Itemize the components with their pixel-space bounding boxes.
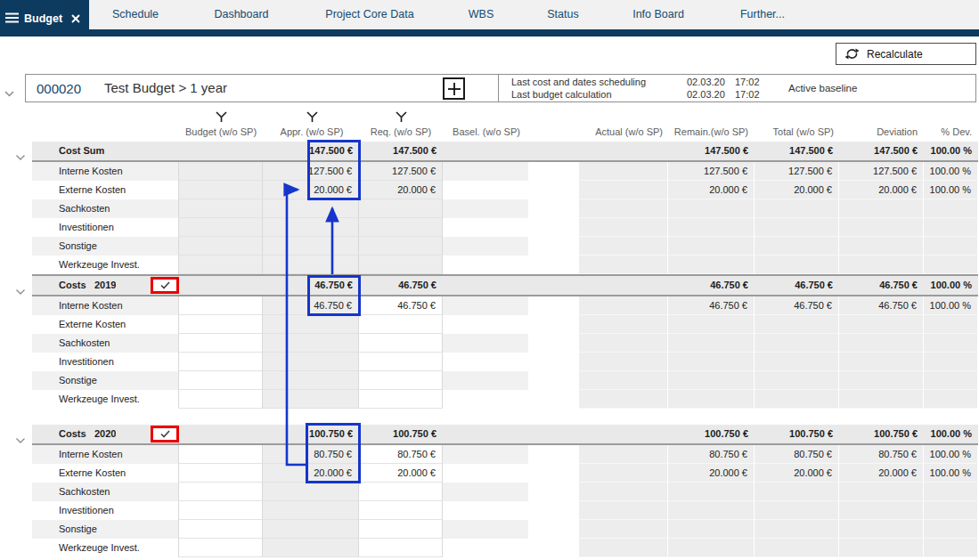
cell-deviation <box>839 390 924 409</box>
cell-basel <box>443 445 528 464</box>
tab-project-core-data[interactable]: Project Core Data <box>325 8 413 20</box>
cell-deviation <box>839 539 924 557</box>
cell-pdev <box>924 483 978 501</box>
chevron-down-icon[interactable] <box>16 431 25 447</box>
group-label-cell: Cost Sum <box>32 142 178 160</box>
cell-actual <box>579 315 668 334</box>
table-row: Interne Kosten46.750 €46.750 €46.750 €46… <box>32 296 978 315</box>
cell-budget <box>178 237 263 256</box>
cell-budget[interactable] <box>178 520 263 539</box>
cell-req[interactable] <box>359 501 443 520</box>
year-checkbox[interactable] <box>159 280 172 291</box>
cell-req[interactable] <box>359 483 443 501</box>
cell-req[interactable] <box>359 390 443 409</box>
cell-req[interactable]: 46.750 € <box>359 296 443 315</box>
cell-budget[interactable] <box>178 445 263 464</box>
menu-icon[interactable] <box>5 11 19 27</box>
cell-budget[interactable] <box>178 464 263 483</box>
cell-budget[interactable] <box>178 334 263 353</box>
cell-req <box>359 199 443 218</box>
cell-remain <box>668 353 755 371</box>
cell-req[interactable] <box>359 539 443 557</box>
col-header-basel[interactable]: Basel. (w/o SP) <box>453 126 520 137</box>
col-header-remain[interactable]: Remain.(w/o SP) <box>656 126 748 137</box>
cell-req[interactable] <box>359 371 443 390</box>
cell-gap <box>528 315 579 334</box>
row-label-cell: Sonstige <box>32 237 178 256</box>
table-row: Werkzeuge Invest. <box>32 390 978 409</box>
year-checkbox[interactable] <box>159 428 172 440</box>
cell-req[interactable] <box>359 315 443 334</box>
cell-basel <box>443 539 528 557</box>
cell-deviation <box>839 256 924 274</box>
cell-total <box>755 390 839 409</box>
tab-wbs[interactable]: WBS <box>469 8 494 20</box>
tab-further[interactable]: Further... <box>740 8 785 20</box>
col-header-appr[interactable]: Appr. (w/o SP) <box>281 126 344 137</box>
tab-dashboard[interactable]: Dashboard <box>214 8 268 20</box>
highlight-red-box <box>151 277 179 294</box>
filter-icon[interactable] <box>396 110 407 126</box>
cell-remain: 46.750 € <box>668 296 755 315</box>
cell-appr <box>263 539 359 557</box>
tab-info-board[interactable]: Info Board <box>632 8 684 20</box>
cell-remain <box>668 199 755 218</box>
col-header-req[interactable]: Req. (w/o SP) <box>371 126 431 137</box>
cell-pdev: 100.00 % <box>924 142 978 160</box>
tab-status[interactable]: Status <box>547 8 578 20</box>
cell-deviation <box>839 237 924 256</box>
add-button[interactable] <box>443 77 465 100</box>
cell-total: 46.750 € <box>755 296 839 315</box>
cell-remain: 20.000 € <box>668 464 755 483</box>
info-time-budget-calc: 17:02 <box>735 89 760 100</box>
cell-budget[interactable] <box>178 296 263 315</box>
tab-schedule[interactable]: Schedule <box>112 8 159 20</box>
cell-actual <box>579 162 668 181</box>
cell-req[interactable] <box>359 520 443 539</box>
cell-gap <box>528 181 579 199</box>
col-header-actual[interactable]: Actual (w/o SP) <box>570 126 663 137</box>
close-tab-icon[interactable] <box>71 14 80 23</box>
project-collapse-chevron-icon[interactable] <box>4 85 14 101</box>
filter-icon[interactable] <box>216 110 227 126</box>
cell-actual <box>579 296 668 315</box>
cell-budget[interactable] <box>178 353 263 371</box>
cell-gap <box>528 539 579 557</box>
cell-req[interactable] <box>359 353 443 371</box>
cell-appr: 80.750 € <box>263 445 359 464</box>
cell-total <box>755 501 839 520</box>
col-header-budget[interactable]: Budget (w/o SP) <box>185 126 257 137</box>
cell-req[interactable]: 20.000 € <box>359 464 443 483</box>
chevron-down-icon[interactable] <box>16 282 25 298</box>
cell-pdev <box>924 256 978 274</box>
cell-actual <box>579 142 668 160</box>
cell-budget[interactable] <box>178 315 263 334</box>
cell-budget[interactable] <box>178 483 263 501</box>
chevron-down-icon[interactable] <box>16 148 25 164</box>
cell-budget[interactable] <box>178 390 263 409</box>
cell-budget[interactable] <box>178 539 263 557</box>
cell-budget[interactable] <box>178 501 263 520</box>
tab-budget-active[interactable]: Budget <box>0 0 89 37</box>
group-row-2020: Costs100.750 €100.750 €100.750 €100.750 … <box>32 425 978 443</box>
cell-gap <box>528 483 579 501</box>
cell-appr: 20.000 € <box>263 464 359 483</box>
cell-req[interactable]: 80.750 € <box>359 445 443 464</box>
row-label-cell: Sonstige <box>32 520 178 539</box>
cell-req[interactable] <box>359 334 443 353</box>
table-row: Investitionen <box>32 353 978 371</box>
cell-total <box>755 483 839 501</box>
recalculate-button[interactable]: Recalculate <box>836 43 976 65</box>
cell-actual <box>579 334 668 353</box>
table-row: Interne Kosten80.750 €80.750 €80.750 €80… <box>32 445 978 464</box>
project-header: 000020 Test Budget > 1 year Last cost an… <box>25 74 976 102</box>
col-header-total[interactable]: Total (w/o SP) <box>739 126 834 137</box>
filter-icon[interactable] <box>306 110 318 126</box>
cell-pdev <box>924 353 978 371</box>
cell-budget[interactable] <box>178 371 263 390</box>
cell-total <box>755 256 839 274</box>
col-header-pdev[interactable]: % Dev. <box>900 126 972 137</box>
row-label-cell: Sonstige <box>32 371 178 390</box>
cell-pdev: 100.00 % <box>924 464 978 483</box>
table-row: Interne Kosten127.500 €127.500 €127.500 … <box>32 162 978 181</box>
